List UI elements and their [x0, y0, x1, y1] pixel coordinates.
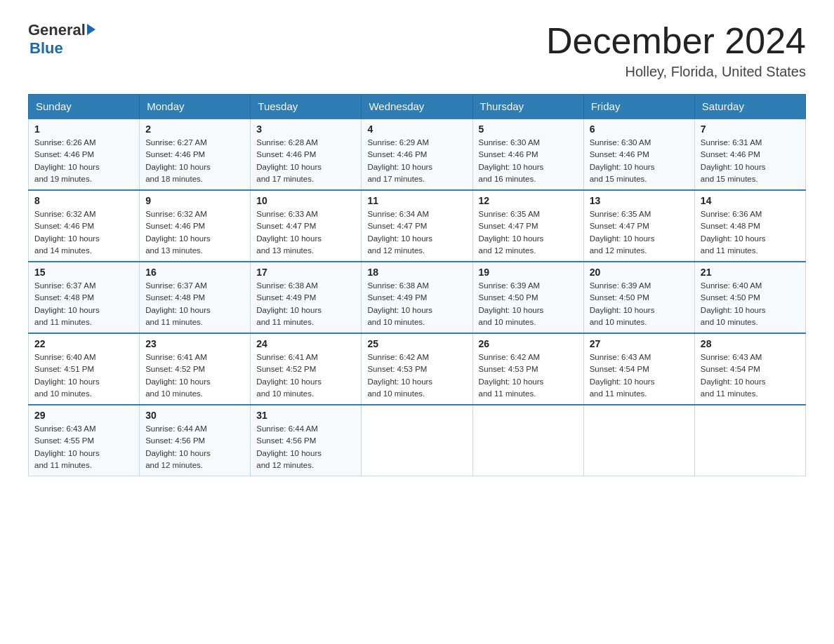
calendar-cell: 4Sunrise: 6:29 AMSunset: 4:46 PMDaylight…	[362, 119, 472, 190]
day-number: 26	[479, 338, 578, 349]
calendar-header: SundayMondayTuesdayWednesdayThursdayFrid…	[29, 95, 806, 119]
calendar-cell	[472, 405, 583, 476]
calendar-cell: 19Sunrise: 6:39 AMSunset: 4:50 PMDayligh…	[472, 262, 583, 333]
calendar-cell: 6Sunrise: 6:30 AMSunset: 4:46 PMDaylight…	[583, 119, 694, 190]
calendar-cell: 2Sunrise: 6:27 AMSunset: 4:46 PMDaylight…	[140, 119, 251, 190]
day-number: 19	[479, 267, 578, 278]
day-info: Sunrise: 6:41 AMSunset: 4:52 PMDaylight:…	[256, 351, 355, 400]
day-number: 17	[256, 267, 355, 278]
calendar-body: 1Sunrise: 6:26 AMSunset: 4:46 PMDaylight…	[29, 119, 806, 476]
day-number: 20	[590, 267, 689, 278]
day-of-week-thursday: Thursday	[472, 95, 583, 119]
logo: General Blue	[28, 21, 95, 58]
day-number: 21	[701, 267, 800, 278]
day-number: 11	[367, 195, 466, 206]
day-info: Sunrise: 6:36 AMSunset: 4:48 PMDaylight:…	[701, 208, 800, 257]
week-row-2: 8Sunrise: 6:32 AMSunset: 4:46 PMDaylight…	[29, 190, 806, 262]
day-number: 3	[256, 123, 355, 135]
day-number: 14	[701, 195, 800, 206]
day-info: Sunrise: 6:27 AMSunset: 4:46 PMDaylight:…	[145, 137, 244, 185]
day-info: Sunrise: 6:42 AMSunset: 4:53 PMDaylight:…	[479, 351, 578, 400]
day-info: Sunrise: 6:40 AMSunset: 4:50 PMDaylight:…	[701, 280, 800, 328]
day-info: Sunrise: 6:39 AMSunset: 4:50 PMDaylight:…	[479, 280, 578, 328]
day-number: 8	[34, 195, 133, 206]
calendar-cell: 1Sunrise: 6:26 AMSunset: 4:46 PMDaylight…	[29, 119, 140, 190]
week-row-3: 15Sunrise: 6:37 AMSunset: 4:48 PMDayligh…	[29, 262, 806, 333]
day-info: Sunrise: 6:44 AMSunset: 4:56 PMDaylight:…	[256, 423, 355, 471]
calendar-cell: 27Sunrise: 6:43 AMSunset: 4:54 PMDayligh…	[583, 333, 694, 405]
calendar-cell: 12Sunrise: 6:35 AMSunset: 4:47 PMDayligh…	[472, 190, 583, 262]
calendar-cell: 22Sunrise: 6:40 AMSunset: 4:51 PMDayligh…	[29, 333, 140, 405]
day-number: 31	[256, 410, 355, 421]
day-of-week-saturday: Saturday	[694, 95, 805, 119]
day-info: Sunrise: 6:30 AMSunset: 4:46 PMDaylight:…	[479, 137, 578, 185]
day-number: 24	[256, 338, 355, 349]
day-info: Sunrise: 6:38 AMSunset: 4:49 PMDaylight:…	[367, 280, 466, 328]
logo-general-text: General	[28, 21, 86, 39]
day-of-week-sunday: Sunday	[29, 95, 140, 119]
day-info: Sunrise: 6:37 AMSunset: 4:48 PMDaylight:…	[145, 280, 244, 328]
day-of-week-tuesday: Tuesday	[251, 95, 362, 119]
calendar-cell: 13Sunrise: 6:35 AMSunset: 4:47 PMDayligh…	[583, 190, 694, 262]
week-row-5: 29Sunrise: 6:43 AMSunset: 4:55 PMDayligh…	[29, 405, 806, 476]
day-info: Sunrise: 6:39 AMSunset: 4:50 PMDaylight:…	[590, 280, 689, 328]
day-of-week-wednesday: Wednesday	[362, 95, 472, 119]
calendar-cell: 26Sunrise: 6:42 AMSunset: 4:53 PMDayligh…	[472, 333, 583, 405]
page-header: General Blue December 2024 Holley, Flori…	[28, 21, 806, 80]
day-info: Sunrise: 6:40 AMSunset: 4:51 PMDaylight:…	[34, 351, 133, 400]
title-block: December 2024 Holley, Florida, United St…	[546, 21, 806, 80]
calendar-cell: 30Sunrise: 6:44 AMSunset: 4:56 PMDayligh…	[140, 405, 251, 476]
calendar-cell: 15Sunrise: 6:37 AMSunset: 4:48 PMDayligh…	[29, 262, 140, 333]
week-row-1: 1Sunrise: 6:26 AMSunset: 4:46 PMDaylight…	[29, 119, 806, 190]
day-number: 9	[145, 195, 244, 206]
calendar-cell: 5Sunrise: 6:30 AMSunset: 4:46 PMDaylight…	[472, 119, 583, 190]
calendar-cell	[694, 405, 805, 476]
day-info: Sunrise: 6:37 AMSunset: 4:48 PMDaylight:…	[34, 280, 133, 328]
logo-arrow-icon	[87, 24, 95, 35]
day-number: 6	[590, 123, 689, 135]
calendar-cell: 14Sunrise: 6:36 AMSunset: 4:48 PMDayligh…	[694, 190, 805, 262]
day-info: Sunrise: 6:43 AMSunset: 4:54 PMDaylight:…	[590, 351, 689, 400]
calendar-cell: 21Sunrise: 6:40 AMSunset: 4:50 PMDayligh…	[694, 262, 805, 333]
day-number: 1	[34, 123, 133, 135]
logo-blue-text: Blue	[29, 39, 95, 58]
day-info: Sunrise: 6:42 AMSunset: 4:53 PMDaylight:…	[367, 351, 466, 400]
month-title: December 2024	[546, 21, 806, 61]
day-info: Sunrise: 6:29 AMSunset: 4:46 PMDaylight:…	[367, 137, 466, 185]
calendar-cell: 18Sunrise: 6:38 AMSunset: 4:49 PMDayligh…	[362, 262, 472, 333]
calendar-table: SundayMondayTuesdayWednesdayThursdayFrid…	[28, 94, 806, 476]
calendar-cell: 29Sunrise: 6:43 AMSunset: 4:55 PMDayligh…	[29, 405, 140, 476]
day-number: 13	[590, 195, 689, 206]
calendar-cell: 16Sunrise: 6:37 AMSunset: 4:48 PMDayligh…	[140, 262, 251, 333]
day-number: 22	[34, 338, 133, 349]
calendar-cell: 28Sunrise: 6:43 AMSunset: 4:54 PMDayligh…	[694, 333, 805, 405]
day-info: Sunrise: 6:43 AMSunset: 4:55 PMDaylight:…	[34, 423, 133, 471]
day-number: 2	[145, 123, 244, 135]
day-number: 18	[367, 267, 466, 278]
day-info: Sunrise: 6:33 AMSunset: 4:47 PMDaylight:…	[256, 208, 355, 257]
week-row-4: 22Sunrise: 6:40 AMSunset: 4:51 PMDayligh…	[29, 333, 806, 405]
calendar-cell: 23Sunrise: 6:41 AMSunset: 4:52 PMDayligh…	[140, 333, 251, 405]
calendar-cell: 11Sunrise: 6:34 AMSunset: 4:47 PMDayligh…	[362, 190, 472, 262]
day-number: 7	[701, 123, 800, 135]
day-info: Sunrise: 6:35 AMSunset: 4:47 PMDaylight:…	[479, 208, 578, 257]
calendar-cell	[583, 405, 694, 476]
day-info: Sunrise: 6:34 AMSunset: 4:47 PMDaylight:…	[367, 208, 466, 257]
day-info: Sunrise: 6:28 AMSunset: 4:46 PMDaylight:…	[256, 137, 355, 185]
calendar-cell: 3Sunrise: 6:28 AMSunset: 4:46 PMDaylight…	[251, 119, 362, 190]
calendar-cell: 8Sunrise: 6:32 AMSunset: 4:46 PMDaylight…	[29, 190, 140, 262]
day-number: 29	[34, 410, 133, 421]
day-number: 23	[145, 338, 244, 349]
day-info: Sunrise: 6:26 AMSunset: 4:46 PMDaylight:…	[34, 137, 133, 185]
calendar-cell: 9Sunrise: 6:32 AMSunset: 4:46 PMDaylight…	[140, 190, 251, 262]
day-number: 12	[479, 195, 578, 206]
calendar-cell: 25Sunrise: 6:42 AMSunset: 4:53 PMDayligh…	[362, 333, 472, 405]
day-number: 25	[367, 338, 466, 349]
calendar-cell: 20Sunrise: 6:39 AMSunset: 4:50 PMDayligh…	[583, 262, 694, 333]
calendar-cell: 17Sunrise: 6:38 AMSunset: 4:49 PMDayligh…	[251, 262, 362, 333]
day-number: 4	[367, 123, 466, 135]
calendar-cell	[362, 405, 472, 476]
day-number: 15	[34, 267, 133, 278]
calendar-cell: 10Sunrise: 6:33 AMSunset: 4:47 PMDayligh…	[251, 190, 362, 262]
calendar-cell: 31Sunrise: 6:44 AMSunset: 4:56 PMDayligh…	[251, 405, 362, 476]
